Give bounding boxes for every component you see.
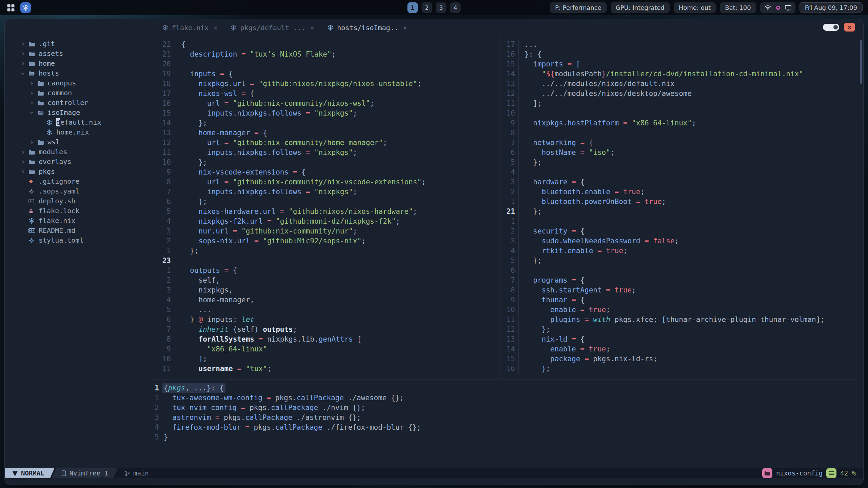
code-line[interactable]: 21 }; [501, 207, 860, 217]
code-line[interactable]: 3 sudo.wheelNeedsPassword = false; [501, 236, 860, 246]
tree-item-canopus[interactable]: canopus [5, 78, 151, 88]
tree-item-home.nix[interactable]: home.nix [5, 127, 151, 137]
code-line[interactable]: 7 inherit (self) outputs; [151, 325, 499, 334]
code-line[interactable]: 4 firefox-mod-blur = pkgs.callPackage ./… [151, 423, 860, 432]
code-line[interactable]: 12 ../../modules/nixos/desktop/awesome [501, 89, 860, 99]
code-line[interactable]: 7 inputs.nixpkgs.follows = "nixpkgs"; [151, 187, 499, 197]
code-line[interactable]: 11 username = "tux"; [151, 364, 499, 374]
code-line[interactable]: 1 outputs = { [151, 266, 499, 276]
code-line[interactable]: 23 [151, 256, 499, 266]
tab-close-icon[interactable]: × [310, 24, 314, 32]
code-line[interactable]: 10 ]; [151, 354, 499, 364]
code-line[interactable]: 8 ssh.startAgent = true; [501, 285, 860, 295]
code-line[interactable]: 9 nixpkgs.hostPlatform = "x86_64-linux"; [501, 118, 860, 128]
tab-close-icon[interactable]: × [403, 24, 407, 32]
code-line[interactable]: 2 bluetooth.enable = true; [501, 187, 860, 197]
workspace-button-3[interactable]: 3 [436, 2, 447, 13]
code-line[interactable]: 15 package = pkgs.nix-ld-rs; [501, 354, 860, 364]
buffer-tab[interactable]: pkgs/default ...× [226, 19, 318, 36]
workspace-button-4[interactable]: 4 [450, 2, 461, 13]
code-line[interactable]: 9 nix-vscode-extensions = { [151, 167, 499, 177]
code-line[interactable]: 8 [501, 128, 860, 138]
titlebar-toggle[interactable] [823, 24, 839, 31]
code-line[interactable]: 1 [501, 217, 860, 226]
clock[interactable]: Fri Aug 09, 17:09 [800, 2, 863, 13]
tree-item-isoImage[interactable]: isoImage [5, 108, 151, 118]
tree-item-assets[interactable]: assets [5, 49, 151, 59]
home-status-chip[interactable]: Home: out [674, 2, 716, 13]
wifi-icon[interactable] [764, 5, 771, 11]
code-line[interactable]: 1{pkgs, ...}: { [151, 383, 860, 393]
code-line[interactable]: 1 }; [151, 246, 499, 256]
tree-item-controller[interactable]: controller [5, 98, 151, 108]
code-line[interactable]: 6 } @ inputs: let [151, 315, 499, 325]
code-line[interactable]: 10 }; [151, 158, 499, 167]
code-line[interactable]: 17 nixos-wsl = { [151, 89, 499, 99]
gpu-chip[interactable]: GPU: Integrated [611, 2, 670, 13]
code-line[interactable]: 6 hostName = "iso"; [501, 148, 860, 158]
code-line[interactable]: 17... [501, 40, 860, 49]
buffer-indicator[interactable]: NvimTree_1 [52, 468, 118, 478]
code-line[interactable]: 14 enable = true; [501, 344, 860, 354]
code-line[interactable]: 21 description = "tux's NixOS Flake"; [151, 49, 499, 59]
code-line[interactable]: 15 imports = [ [501, 59, 860, 69]
code-line[interactable]: 5} [151, 432, 860, 442]
tree-item-wsl[interactable]: wsl [5, 137, 151, 147]
tree-item-README.md[interactable]: README.md [5, 226, 151, 236]
scrollbar-thumb[interactable] [860, 40, 862, 84]
code-line[interactable]: 9 thunar = { [501, 295, 860, 305]
code-line[interactable]: 5 ... [151, 305, 499, 315]
code-line[interactable]: 3 astronvim = pkgs.callPackage ./astronv… [151, 413, 860, 423]
code-line[interactable]: 4 nixpkgs-f2k.url = "github:moni-dz/nixp… [151, 217, 499, 226]
buffer-tab[interactable]: hosts/isoImag..× [323, 19, 411, 36]
git-branch[interactable]: main [118, 468, 156, 478]
code-line[interactable]: 4 [501, 167, 860, 177]
code-line[interactable]: 19 inputs = { [151, 69, 499, 79]
tree-item-.gitignore[interactable]: .gitignore [5, 177, 151, 186]
code-line[interactable]: 3 nur.url = "github:nix-community/nur"; [151, 226, 499, 236]
code-line[interactable]: 20 [151, 59, 499, 69]
buffer-tab[interactable]: flake.nix× [158, 19, 221, 36]
close-button[interactable]: × [844, 23, 855, 32]
code-line[interactable]: 5 }; [501, 158, 860, 167]
tree-item-.sops.yaml[interactable]: .sops.yaml [5, 186, 151, 196]
tree-item-hosts[interactable]: hosts [5, 68, 151, 78]
code-line[interactable]: 22{ [151, 40, 499, 49]
code-line[interactable]: 12 }; [501, 325, 860, 334]
tab-close-icon[interactable]: × [213, 24, 217, 32]
tree-item-flake.lock[interactable]: flake.lock [5, 206, 151, 216]
code-line[interactable]: 2 sops-nix.url = "github:Mic92/sops-nix"… [151, 236, 499, 246]
code-line[interactable]: 9 "x86_64-linux" [151, 344, 499, 354]
code-line[interactable]: 13 nix-ld = { [501, 334, 860, 344]
code-line[interactable]: 1 tux-awesome-wm-config = pkgs.callPacka… [151, 393, 860, 403]
code-line[interactable]: 7 networking = { [501, 138, 860, 148]
code-line[interactable]: 5 }; [501, 256, 860, 266]
workspace-button-1[interactable]: 1 [408, 2, 418, 13]
code-line[interactable]: 10 [501, 108, 860, 118]
code-line[interactable]: 2 security = { [501, 226, 860, 236]
code-line[interactable]: 14 }; [151, 118, 499, 128]
code-line[interactable]: 11 inputs.nixpkgs.follows = "nixpkgs"; [151, 148, 499, 158]
tree-item-.git[interactable]: .git [5, 39, 151, 49]
code-line[interactable]: 1 bluetooth.powerOnBoot = true; [501, 197, 860, 207]
code-line[interactable]: 12 url = "github:nix-community/home-mana… [151, 138, 499, 148]
code-line[interactable]: 13 home-manager = { [151, 128, 499, 138]
code-line[interactable]: 11 ]; [501, 99, 860, 108]
code-line[interactable]: 18 nixpkgs.url = "github:nixos/nixpkgs/n… [151, 79, 499, 89]
indicator-icon[interactable] [775, 5, 781, 11]
code-line[interactable]: 10 enable = true; [501, 305, 860, 315]
code-line[interactable]: 2 tux-nvim-config = pkgs.callPackage ./n… [151, 403, 860, 413]
workspace-button-2[interactable]: 2 [422, 2, 432, 13]
tree-item-overlays[interactable]: overlays [5, 157, 151, 167]
code-line[interactable]: 8 forAllSystems = nixpkgs.lib.genAttrs [ [151, 334, 499, 344]
tree-item-common[interactable]: common [5, 88, 151, 98]
code-line[interactable]: 6 [501, 266, 860, 276]
tree-item-stylua.toml[interactable]: stylua.toml [5, 236, 151, 245]
tree-item-default.nix[interactable]: default.nix [5, 118, 151, 127]
tree-item-pkgs[interactable]: pkgs [5, 167, 151, 177]
code-line[interactable]: 13 ../../modules/nixos/default.nix [501, 79, 860, 89]
display-icon[interactable] [785, 5, 791, 11]
nixos-logo-icon[interactable] [20, 2, 31, 13]
code-line[interactable]: 6 }; [151, 197, 499, 207]
code-line[interactable]: 8 url = "github:nix-community/nix-vscode… [151, 177, 499, 187]
